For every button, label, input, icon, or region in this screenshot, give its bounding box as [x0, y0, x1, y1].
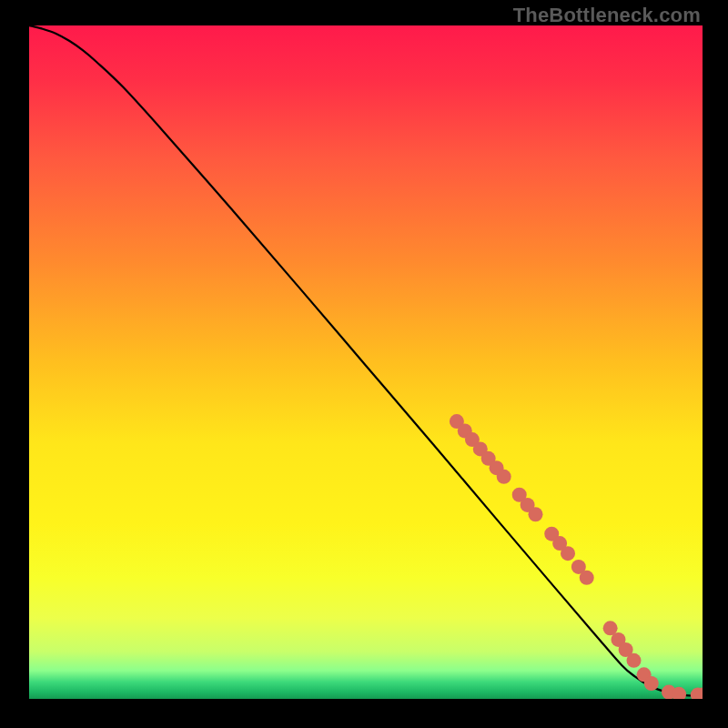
data-marker [561, 546, 575, 561]
outer-frame: TheBottleneck.com [0, 0, 728, 728]
gradient-bg [29, 25, 703, 699]
watermark-text: TheBottleneck.com [513, 4, 701, 27]
data-marker [627, 653, 642, 668]
chart-plot [29, 25, 703, 699]
data-marker [580, 571, 594, 585]
data-marker [644, 676, 659, 691]
data-marker [497, 470, 511, 484]
data-marker [528, 507, 542, 521]
